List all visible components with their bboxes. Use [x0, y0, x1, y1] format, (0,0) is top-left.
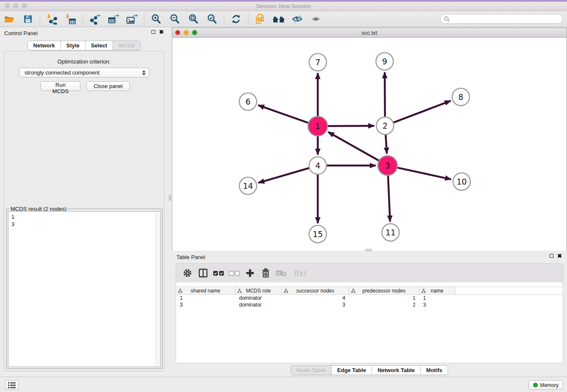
delete-row-icon[interactable] [259, 267, 272, 279]
table-cell[interactable]: 4 [282, 295, 349, 301]
tab-network-table[interactable]: Network Table [372, 366, 421, 375]
refresh-network-icon[interactable] [229, 13, 243, 25]
search-input[interactable] [452, 16, 558, 22]
column-header-shared-name[interactable]: shared name [176, 287, 235, 294]
table-cell[interactable]: dominator [235, 301, 282, 308]
graph-edge-2-8[interactable] [394, 101, 451, 122]
graph-node-label: 1 [315, 121, 320, 131]
table-panel-float-icon[interactable] [550, 254, 553, 258]
graph-edge-4-14[interactable] [258, 168, 309, 183]
dropdown-stepper-icon [142, 70, 146, 75]
table-row[interactable]: 3dominator323 [176, 301, 563, 308]
node-table-header: shared nameMCDS rolesuccessor nodesprede… [176, 287, 563, 295]
table-toolbar: f(x) [176, 264, 563, 282]
export-image-icon[interactable] [125, 13, 139, 25]
toolbar-separator [248, 13, 248, 25]
node-table[interactable]: shared nameMCDS rolesuccessor nodesprede… [176, 287, 563, 363]
column-header-MCDS-role[interactable]: MCDS role [235, 287, 282, 294]
vertical-splitter-grip[interactable] [169, 195, 171, 201]
tab-style[interactable]: Style [61, 41, 85, 50]
tab-network[interactable]: Network [28, 41, 61, 50]
column-header-name[interactable]: name [419, 287, 455, 294]
column-header-predecessor-nodes[interactable]: predecessor nodes [349, 287, 419, 294]
add-row-icon[interactable] [244, 267, 256, 279]
table-cell[interactable]: 1 [349, 295, 419, 301]
graph-node-label: 10 [457, 177, 467, 186]
control-panel-close-icon[interactable]: ✖ [159, 30, 164, 34]
table-cell[interactable]: 1 [176, 295, 235, 301]
control-panel: Control Panel ✖ NetworkStyleSelectMCDS O… [0, 28, 168, 375]
hide-selected-icon[interactable] [290, 13, 305, 25]
export-network-icon[interactable] [88, 13, 102, 25]
main-toolbar [0, 11, 567, 27]
tab-node-table[interactable]: Node Table [291, 366, 332, 375]
result-scrollbar[interactable] [155, 212, 160, 367]
graph-edge-3-11[interactable] [388, 176, 390, 222]
table-panel-tabs: Node TableEdge TableNetwork TableMotifs [172, 365, 567, 375]
network-window-titlebar[interactable]: ✕ − + scc.txt [172, 28, 567, 38]
list-icon [8, 382, 16, 389]
optimization-criterion-label: Optimization criterion: [4, 58, 164, 65]
tab-mcds[interactable]: MCDS [113, 41, 140, 50]
table-settings-icon[interactable] [181, 267, 194, 279]
control-panel-float-icon[interactable] [151, 30, 155, 34]
graph-edge-3-10[interactable] [397, 168, 451, 179]
window-title: Session: New Session [0, 3, 567, 9]
memory-button[interactable]: Memory [528, 380, 563, 390]
graph-edge-2-3[interactable] [385, 135, 387, 154]
graph-edge-1-2[interactable] [328, 126, 374, 126]
zoom-out-icon[interactable] [168, 13, 182, 25]
status-bar: Memory [0, 377, 567, 392]
graph-edge-1-6[interactable] [258, 105, 308, 123]
graph-edge-2-9[interactable] [385, 72, 385, 116]
table-row[interactable]: 1dominator411 [176, 295, 563, 301]
table-panel-close-icon[interactable]: ✖ [557, 254, 562, 258]
save-session-icon[interactable] [21, 13, 35, 25]
zoom-in-icon[interactable] [149, 13, 163, 25]
open-session-icon[interactable] [2, 13, 17, 25]
table-cell[interactable]: dominator [235, 295, 282, 301]
network-canvas[interactable]: 7968124314101511 [172, 38, 567, 251]
zoom-selected-icon[interactable] [205, 13, 219, 25]
first-neighbors-icon[interactable] [272, 13, 286, 25]
horizontal-splitter-grip[interactable] [365, 249, 372, 251]
task-history-button[interactable] [5, 380, 19, 390]
table-cell[interactable]: 1 [419, 295, 455, 301]
deselect-all-checkboxes-icon[interactable] [228, 267, 241, 279]
criterion-value: strongly connected component [25, 69, 99, 76]
import-table-icon[interactable] [63, 13, 78, 25]
graph-node-label: 4 [315, 161, 320, 170]
import-network-icon[interactable] [45, 13, 59, 25]
show-all-icon[interactable] [309, 13, 323, 25]
show-columns-icon[interactable] [197, 267, 209, 279]
result-line: 3 [11, 221, 157, 228]
graph-node-label: 2 [383, 121, 388, 130]
zoom-fit-icon[interactable] [186, 13, 201, 25]
tab-select[interactable]: Select [85, 41, 113, 50]
search-box[interactable] [440, 14, 563, 24]
tab-motifs[interactable]: Motifs [421, 366, 448, 375]
mcds-result-group: MCDS result (2 nodes) 13 [6, 209, 162, 369]
application-window: Session: New Session [0, 0, 567, 392]
graph-edge-3-1[interactable] [328, 132, 379, 160]
table-panel-title: Table Panel [176, 254, 205, 260]
table-cell[interactable]: 3 [282, 301, 349, 308]
column-header-successor-nodes[interactable]: successor nodes [282, 287, 349, 294]
control-panel-title: Control Panel [4, 30, 38, 36]
toolbar-separator [224, 13, 224, 25]
table-cell[interactable]: 3 [176, 301, 235, 308]
table-cell[interactable]: 2 [349, 301, 419, 308]
new-network-from-selection-icon[interactable] [253, 13, 267, 25]
tab-edge-table[interactable]: Edge Table [332, 366, 372, 375]
run-mcds-button[interactable]: Run MCDS [41, 81, 80, 91]
table-cell[interactable]: 3 [419, 301, 455, 308]
close-panel-button[interactable]: Close panel [86, 81, 130, 91]
select-all-checkboxes-icon[interactable] [212, 267, 225, 279]
export-table-icon[interactable] [106, 13, 121, 25]
memory-label: Memory [540, 382, 559, 388]
mcds-result-box[interactable]: 13 [8, 211, 161, 367]
titlebar-accent [0, 0, 567, 2]
graph-node-label: 8 [458, 92, 463, 102]
criterion-dropdown[interactable]: strongly connected component [19, 68, 149, 77]
table-panel: Table Panel ✖ [172, 251, 567, 375]
